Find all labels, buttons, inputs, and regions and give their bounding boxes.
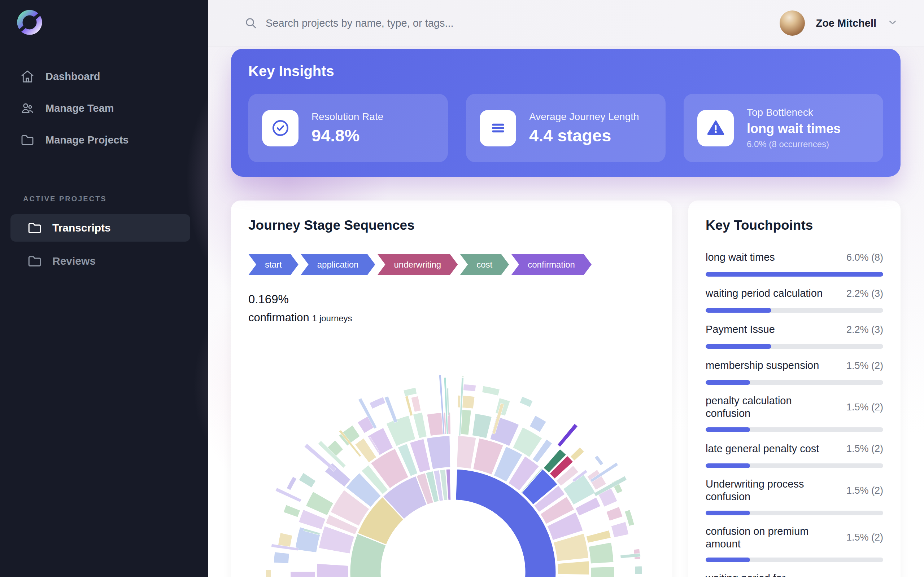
key-touchpoints-panel: Key Touchpoints long wait times 6.0% (8)… — [688, 200, 901, 577]
stage-chip-application[interactable]: application — [300, 254, 375, 275]
touchpoint-value: 2.2% (3) — [846, 324, 883, 335]
touchpoint-value: 1.5% (2) — [846, 443, 883, 455]
check-circle-icon — [262, 110, 299, 147]
progress-fill — [706, 558, 750, 562]
sidebar-item-label: Dashboard — [45, 71, 100, 82]
touchpoint-value: 1.5% (2) — [846, 485, 883, 496]
progress-track — [706, 272, 883, 277]
touchpoint-list: long wait times 6.0% (8) waiting period … — [706, 250, 883, 577]
insight-cards: Resolution Rate 94.8% Average Journey Le… — [248, 94, 883, 162]
stat-value: 94.8% — [312, 126, 383, 145]
topbar: Zoe Mitchell — [208, 0, 924, 47]
users-icon — [20, 101, 35, 115]
touchpoint-value: 1.5% (2) — [846, 402, 883, 413]
touchpoint-row[interactable]: Payment Issue 2.2% (3) — [706, 322, 883, 349]
app: Dashboard Manage Team Manage Projects — [0, 0, 924, 577]
touchpoint-value: 1.5% (2) — [846, 360, 883, 371]
sidebar-item-label: Manage Team — [45, 102, 114, 114]
stage-chip-confirmation[interactable]: confirmation — [511, 254, 591, 275]
stat-subtext: 6.0% (8 occurrences) — [747, 139, 841, 149]
touchpoint-row[interactable]: waiting period for operation 1.5% (2) — [706, 572, 883, 577]
progress-track — [706, 558, 883, 562]
progress-fill — [706, 308, 771, 313]
touchpoint-label: membership suspension — [706, 359, 819, 372]
stat-label: Resolution Rate — [312, 111, 383, 122]
sidebar-nav: Dashboard Manage Team Manage Projects — [0, 61, 208, 156]
touchpoint-label: Payment Issue — [706, 323, 775, 336]
panel-title: Journey Stage Sequences — [248, 218, 655, 233]
home-icon — [20, 69, 35, 84]
progress-track — [706, 511, 883, 515]
progress-track — [706, 463, 883, 468]
progress-track — [706, 427, 883, 432]
touchpoint-row[interactable]: Underwriting process confusion 1.5% (2) — [706, 478, 883, 515]
list-icon — [480, 110, 516, 147]
touchpoint-row[interactable]: long wait times 6.0% (8) — [706, 250, 883, 277]
warning-triangle-icon — [697, 110, 734, 147]
stat-label: Average Journey Length — [529, 111, 639, 122]
touchpoint-label: waiting period for operation — [706, 572, 825, 577]
progress-fill — [706, 511, 750, 515]
touchpoint-label: long wait times — [706, 251, 775, 264]
selected-segment-label: confirmation — [248, 311, 309, 324]
insight-card-top-bottleneck: Top Bottleneck long wait times 6.0% (8 o… — [683, 94, 883, 162]
touchpoint-label: Underwriting process confusion — [706, 478, 825, 503]
progress-fill — [706, 272, 883, 277]
selected-segment-info: confirmation 1 journeys — [248, 311, 655, 324]
touchpoint-row[interactable]: penalty calculation confusion 1.5% (2) — [706, 395, 883, 432]
touchpoint-label: penalty calculation confusion — [706, 395, 825, 420]
touchpoint-value: 6.0% (8) — [846, 252, 883, 263]
selected-segment-count: 1 journeys — [312, 313, 352, 324]
progress-track — [706, 380, 883, 385]
search-bar[interactable] — [244, 16, 780, 30]
main-area: Zoe Mitchell Key Insights — [208, 0, 924, 577]
selected-segment-percent: 0.169% — [248, 292, 655, 306]
insight-card-journey-length: Average Journey Length 4.4 stages — [466, 94, 666, 162]
stage-breadcrumb: start application underwriting cost conf… — [248, 254, 655, 275]
user-name: Zoe Mitchell — [816, 17, 876, 29]
touchpoint-row[interactable]: waiting period calculation 2.2% (3) — [706, 286, 883, 313]
avatar[interactable] — [780, 10, 805, 36]
sidebar-item-label: Manage Projects — [45, 134, 129, 146]
sidebar-item-dashboard[interactable]: Dashboard — [0, 61, 208, 92]
search-input[interactable] — [266, 17, 591, 29]
panel-title: Key Insights — [248, 63, 883, 79]
touchpoint-label: late general penalty cost — [706, 443, 819, 455]
stage-chip-start[interactable]: start — [248, 254, 299, 275]
sidebar-item-label: Reviews — [52, 255, 96, 267]
sidebar-item-manage-projects[interactable]: Manage Projects — [0, 124, 208, 156]
stat-value: long wait times — [747, 121, 841, 136]
progress-fill — [706, 380, 750, 385]
touchpoint-label: waiting period calculation — [706, 287, 822, 300]
sidebar-item-label: Transcripts — [52, 222, 111, 234]
insight-card-resolution-rate: Resolution Rate 94.8% — [248, 94, 448, 162]
search-icon — [244, 16, 258, 30]
sidebar: Dashboard Manage Team Manage Projects — [0, 0, 208, 577]
stat-label: Top Bottleneck — [747, 107, 841, 118]
folder-icon — [27, 253, 42, 269]
progress-fill — [706, 344, 771, 349]
touchpoint-label: confusion on premium amount — [706, 525, 825, 551]
sidebar-item-reviews[interactable]: Reviews — [10, 247, 190, 275]
touchpoint-row[interactable]: late general penalty cost 1.5% (2) — [706, 442, 883, 468]
progress-track — [706, 308, 883, 313]
touchpoint-row[interactable]: membership suspension 1.5% (2) — [706, 358, 883, 385]
progress-track — [706, 344, 883, 349]
progress-fill — [706, 463, 750, 468]
user-menu[interactable]: Zoe Mitchell — [780, 10, 898, 36]
panel-title: Key Touchpoints — [706, 218, 883, 233]
chevron-down-icon[interactable] — [887, 17, 898, 29]
touchpoint-row[interactable]: confusion on premium amount 1.5% (2) — [706, 525, 883, 562]
progress-fill — [706, 427, 750, 432]
touchpoint-value: 2.2% (3) — [846, 288, 883, 299]
folder-icon — [27, 220, 42, 235]
app-logo-icon[interactable] — [16, 10, 43, 35]
key-insights-panel: Key Insights Resolution Rate 94.8% — [231, 49, 901, 177]
journey-stage-sequences-panel: Journey Stage Sequences start applicatio… — [231, 200, 672, 577]
stage-chip-cost[interactable]: cost — [460, 254, 509, 275]
content: Key Insights Resolution Rate 94.8% — [208, 47, 924, 577]
sidebar-item-transcripts[interactable]: Transcripts — [10, 214, 190, 242]
sidebar-item-manage-team[interactable]: Manage Team — [0, 92, 208, 124]
folder-icon — [20, 133, 35, 147]
stage-chip-underwriting[interactable]: underwriting — [377, 254, 458, 275]
